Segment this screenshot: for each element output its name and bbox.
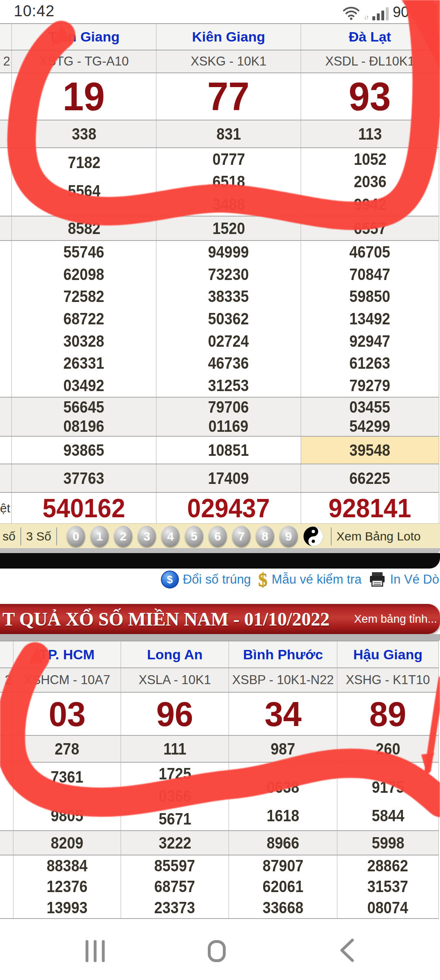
prize8-row: 03 96 34 89 xyxy=(0,693,439,736)
prize-number: 1520 xyxy=(212,219,245,238)
prize8-cell: 89 xyxy=(337,693,439,735)
prize-number: 54299 xyxy=(350,417,390,435)
prize2-row: 93865 10851 39548 xyxy=(0,437,439,464)
table-shadow-bar xyxy=(0,553,440,569)
digit-button-7[interactable]: 7 xyxy=(232,526,251,547)
nav-back-button[interactable] xyxy=(339,938,355,962)
digit-button-3[interactable]: 3 xyxy=(138,526,156,547)
prize5-row: 8582 1520 6557 xyxy=(0,217,439,241)
prize-number: 72582 xyxy=(64,287,104,306)
prize-number: 8582 xyxy=(68,219,100,238)
prize3-cell: 79706 01169 xyxy=(156,398,301,436)
two-digit-button-fragment[interactable]: số xyxy=(0,529,15,543)
special-prize-row: ệt 540162 029437 928141 xyxy=(0,493,439,524)
yin-yang-icon[interactable] xyxy=(303,526,323,547)
prize8-row: 19 77 93 xyxy=(0,73,439,120)
prize3-row: 56645 08196 79706 01169 03455 54299 xyxy=(0,398,439,437)
draw-code: XSLA - 10K1 xyxy=(121,668,229,692)
province-binh-phuoc[interactable]: Bình Phước xyxy=(229,641,337,667)
province-da-lat[interactable]: Đà Lạt xyxy=(301,24,439,50)
prize-number: 68722 xyxy=(64,310,104,328)
prize-number: 94999 xyxy=(208,243,249,261)
prize-number: 79279 xyxy=(350,376,390,395)
loto-toolbar: số 3 Số 0 1 2 3 4 5 6 7 8 9 Xem Bảng Lot… xyxy=(0,523,440,549)
prize-number: 61263 xyxy=(350,354,390,372)
prize-number: 37763 xyxy=(64,469,104,488)
status-bar: 10:42 ↓↑ 90% xyxy=(0,0,440,23)
prize-number: 17409 xyxy=(208,469,249,488)
prize-number: 31253 xyxy=(208,376,249,395)
stub-date-fragment: 2 xyxy=(0,50,12,72)
province-hau-giang[interactable]: Hậu Giang xyxy=(337,641,439,667)
stub-cell xyxy=(0,464,12,492)
prize-number: 33668 xyxy=(262,899,303,917)
prize8-cell: 77 xyxy=(156,73,301,120)
prize6-row: 7361 9805 1725 0366 5671 0638 1618 9175 … xyxy=(0,763,439,831)
prize7-cell: 260 xyxy=(337,736,439,762)
prize1-cell: 17409 xyxy=(156,464,301,492)
province-kien-giang[interactable]: Kiên Giang xyxy=(156,24,301,50)
prize-number: 113 xyxy=(358,125,382,143)
prize8-cell: 96 xyxy=(121,693,229,735)
draw-code: XSHCM - 10A7 xyxy=(13,668,121,692)
draw-code-row: 2 XSHCM - 10A7 XSLA - 10K1 XSBP - 10K1-N… xyxy=(0,668,439,693)
stub-cell xyxy=(0,693,13,735)
prize6-cell: 1052 2036 9942 xyxy=(301,148,439,216)
stub-cell xyxy=(0,641,13,667)
digit-button-5[interactable]: 5 xyxy=(185,526,203,547)
digit-button-9[interactable]: 9 xyxy=(279,526,298,547)
province-tphcm[interactable]: TP. HCM xyxy=(13,641,121,667)
prize5-cell: 6557 xyxy=(301,217,439,240)
exchange-winning-link[interactable]: $ Đổi số trúng xyxy=(161,571,251,588)
prize-number: 7182 xyxy=(68,153,100,172)
prize-number: 55746 xyxy=(64,243,104,261)
digit-button-0[interactable]: 0 xyxy=(67,526,85,547)
results-banner: T QUẢ XỔ SỐ MIỀN NAM - 01/10/2022 Xem bả… xyxy=(0,604,440,634)
prize-number: 7361 xyxy=(51,768,83,786)
prize5-cell: 8582 xyxy=(12,217,156,240)
stub-cell xyxy=(0,763,13,830)
digit-button-6[interactable]: 6 xyxy=(209,526,227,547)
banner-title: T QUẢ XỔ SỐ MIỀN NAM - 01/10/2022 xyxy=(2,608,330,630)
prize7-row: 338 831 113 xyxy=(0,120,439,148)
prize-number: 8966 xyxy=(266,834,299,852)
draw-code: XSBP - 10K1-N22 xyxy=(229,668,337,692)
draw-code: XSKG - 10K1 xyxy=(156,50,301,72)
prize-number: 70847 xyxy=(350,265,390,284)
prize-number: 31537 xyxy=(367,877,408,896)
digit-button-8[interactable]: 8 xyxy=(256,526,274,547)
prize-number: 56645 xyxy=(64,398,104,416)
prize-number: 89 xyxy=(370,694,407,734)
view-loto-board-button[interactable]: Xem Bảng Loto xyxy=(337,529,421,543)
three-digit-button[interactable]: 3 Số xyxy=(26,529,51,543)
digit-button-4[interactable]: 4 xyxy=(161,526,180,547)
view-province-board-link[interactable]: Xem bảng tỉnh... xyxy=(354,612,437,626)
prize-number: 9805 xyxy=(51,807,83,825)
prize-number: 5564 xyxy=(68,182,100,200)
nav-home-button[interactable] xyxy=(208,940,226,962)
prize5-cell: 1520 xyxy=(156,217,301,240)
special-prize-cell: 029437 xyxy=(156,493,301,523)
print-ticket-link[interactable]: In Vé Dò xyxy=(369,571,439,588)
print-ticket-label: In Vé Dò xyxy=(390,572,439,587)
ticket-check-link[interactable]: $ Mẫu vé kiểm tra xyxy=(258,569,362,591)
prize3-cell: 56645 08196 xyxy=(12,398,156,436)
prize6-cell: 0777 6518 3488 xyxy=(156,148,301,216)
prize-number: 13993 xyxy=(46,899,87,917)
prize1-cell: 37763 xyxy=(12,464,156,492)
prize-number: 13492 xyxy=(350,310,390,328)
digit-button-1[interactable]: 1 xyxy=(90,526,109,547)
prize2-cell-highlighted[interactable]: 39548 xyxy=(301,437,439,464)
results-table-2: TP. HCM Long An Bình Phước Hậu Giang 2 X… xyxy=(0,641,439,919)
digit-button-2[interactable]: 2 xyxy=(114,526,132,547)
prize-number: 96 xyxy=(156,694,194,734)
province-tien-giang[interactable]: Tiền Giang xyxy=(12,24,156,50)
province-long-an[interactable]: Long An xyxy=(121,641,229,667)
stub-date-fragment: 2 xyxy=(0,668,13,692)
prize2-cell: 10851 xyxy=(156,437,301,464)
draw-code: XSDL - ĐL10K1 xyxy=(301,50,439,72)
prize-number: 01169 xyxy=(209,417,249,435)
prize1-row: 37763 17409 66225 xyxy=(0,464,439,493)
prize-number: 08196 xyxy=(64,417,104,435)
nav-recents-button[interactable] xyxy=(86,940,105,962)
